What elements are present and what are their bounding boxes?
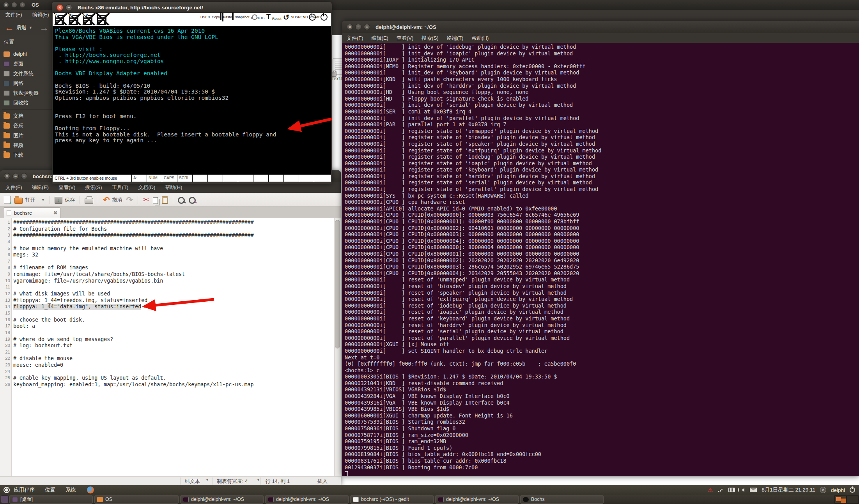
fm-minimize-icon[interactable]: − bbox=[11, 2, 17, 8]
paste-icon[interactable] bbox=[162, 196, 168, 204]
fm-places-label[interactable]: 位置 bbox=[4, 39, 55, 46]
gedit-menu-item[interactable]: 文件(F) bbox=[5, 184, 22, 191]
fm-menu-item[interactable]: 文件(F) bbox=[5, 11, 22, 18]
bochs-disk-icon[interactable]: B: bbox=[68, 13, 81, 25]
undo-icon[interactable]: ↶ bbox=[103, 196, 110, 204]
cut-icon[interactable]: ✂ bbox=[143, 196, 149, 204]
power-icon[interactable] bbox=[850, 487, 855, 493]
find-icon[interactable] bbox=[178, 196, 185, 204]
gedit-line: 8# filename of ROM images bbox=[0, 265, 341, 271]
workspace-2[interactable] bbox=[847, 495, 859, 504]
bochs-tool-button[interactable]: USER bbox=[200, 13, 210, 22]
fm-menu-item[interactable]: 编辑(E) bbox=[32, 11, 49, 18]
terminal-line: 00000000000i[ ] register state of 'iodeb… bbox=[345, 154, 859, 160]
gedit-maximize-icon[interactable]: ▫ bbox=[21, 173, 27, 179]
back-dropdown-icon[interactable]: ▼ bbox=[29, 26, 32, 30]
bochs-status-message: CTRL + 3rd button enables mouse bbox=[53, 175, 131, 182]
copy-icon[interactable] bbox=[153, 197, 158, 204]
doc-type-dropdown-icon[interactable]: ▼ bbox=[205, 478, 209, 482]
fm-maximize-icon[interactable]: ▫ bbox=[19, 2, 25, 8]
open-button-label[interactable]: 打开 bbox=[25, 196, 35, 203]
terminal-titlebar[interactable]: × − ▫ delphi@delphi-vm: ~/OS bbox=[342, 21, 859, 33]
applications-menu[interactable]: 应用程序 bbox=[14, 486, 35, 493]
terminal-maximize-icon[interactable]: ▫ bbox=[364, 24, 370, 30]
back-button-label[interactable]: 后退 bbox=[16, 24, 27, 31]
gedit-menu-item[interactable]: 编辑(E) bbox=[32, 184, 49, 191]
doc-type-label[interactable]: 纯文本 bbox=[185, 478, 200, 485]
warning-icon[interactable]: ⚠ bbox=[708, 486, 713, 493]
bochs-disk-icon[interactable] bbox=[96, 13, 110, 25]
user-name[interactable]: delphi bbox=[831, 487, 845, 493]
gedit-menu-item[interactable]: 文档(D) bbox=[138, 184, 155, 191]
tab-width-dropdown-icon[interactable]: ▼ bbox=[257, 478, 260, 482]
replace-icon[interactable] bbox=[189, 196, 196, 204]
bochs-tool-button[interactable]: Reset bbox=[272, 13, 289, 22]
terminal-screen[interactable]: 00000000000i[ ] init_dev of 'iodebug' pl… bbox=[342, 43, 859, 476]
save-button-label[interactable]: 保存 bbox=[65, 196, 75, 203]
bochs-display[interactable]: Plex86/Bochs VGABios current-cvs 16 Apr … bbox=[53, 26, 331, 174]
terminal-menu-item[interactable]: 查看(V) bbox=[395, 34, 415, 42]
workspace-switcher[interactable] bbox=[834, 495, 859, 504]
network-icon[interactable] bbox=[717, 488, 724, 492]
save-icon[interactable] bbox=[55, 197, 62, 204]
gedit-menu-item[interactable]: 工具(T) bbox=[112, 184, 129, 191]
open-dropdown-icon[interactable]: ▼ bbox=[41, 198, 45, 202]
taskbar-button-desktop[interactable]: [桌面] bbox=[9, 495, 93, 504]
terminal-menu-item[interactable]: 终端(T) bbox=[445, 34, 466, 42]
bochs-close-icon[interactable]: × bbox=[57, 4, 63, 11]
places-menu[interactable]: 位置 bbox=[45, 486, 55, 493]
show-desktop-icon[interactable] bbox=[1, 495, 9, 503]
taskbar-button[interactable]: Bochs bbox=[520, 495, 604, 504]
volume-icon[interactable] bbox=[740, 488, 744, 492]
new-document-icon[interactable] bbox=[4, 196, 11, 204]
bochs-tool-button[interactable]: SUSPEND bbox=[291, 13, 308, 22]
gedit-menu-item[interactable]: 帮助(H) bbox=[165, 184, 182, 191]
undo-button-label[interactable]: 撤消 bbox=[112, 196, 122, 203]
bochs-tool-button[interactable]: Paste bbox=[223, 13, 234, 22]
gedit-text-area[interactable]: 1#######################################… bbox=[0, 218, 341, 476]
gedit-close-icon[interactable]: × bbox=[4, 173, 10, 179]
taskbar-button[interactable]: OS bbox=[94, 495, 179, 504]
terminal-menu-item[interactable]: 帮助(H) bbox=[469, 34, 491, 42]
taskbar-button[interactable]: delphi@delphi-vm: ~/OS bbox=[180, 495, 264, 504]
gedit-line: 10vgaromimage: file=/usr/share/vgabios/v… bbox=[0, 278, 341, 285]
terminal-close-icon[interactable]: × bbox=[347, 24, 353, 30]
tab-bochsrc[interactable]: bochsrc ✖ bbox=[3, 207, 61, 218]
system-menu[interactable]: 系统 bbox=[66, 486, 76, 493]
taskbar-button[interactable]: delphi@delphi-vm: ~/OS bbox=[265, 495, 349, 504]
bochs-disk-icon[interactable]: A: bbox=[54, 13, 67, 25]
messages-icon[interactable] bbox=[750, 488, 757, 492]
gedit-scrollbar-thumb[interactable] bbox=[335, 220, 340, 348]
firefox-icon[interactable] bbox=[87, 486, 94, 493]
gedit-statusbar: 纯文本 ▼ 制表符宽度: 4 ▼ 行 14, 列 1 插入 bbox=[0, 476, 341, 485]
tab-close-icon[interactable]: ✖ bbox=[53, 210, 57, 216]
clock[interactable]: 8月1日星期二 21:29:11 bbox=[762, 486, 815, 493]
bochs-titlebar[interactable]: × − Bochs x86 emulator, http://bochs.sou… bbox=[52, 2, 332, 13]
gedit-menu-item[interactable]: 查看(V) bbox=[58, 184, 75, 191]
back-icon[interactable]: ← bbox=[5, 23, 14, 32]
taskbar-button[interactable]: delphi@delphi-vm: ~/OS bbox=[435, 495, 519, 504]
bochs-tool-button[interactable]: Copy bbox=[212, 13, 221, 22]
bochs-tool-button[interactable]: snapshot bbox=[235, 13, 250, 22]
gedit-vertical-scrollbar[interactable] bbox=[334, 218, 341, 476]
gedit-menu-item[interactable]: 搜索(S) bbox=[85, 184, 102, 191]
terminal-menu-item[interactable]: 文件(F) bbox=[345, 34, 365, 42]
bochs-minimize-icon[interactable]: − bbox=[66, 4, 72, 11]
bochs-disk-icon[interactable]: CD bbox=[82, 13, 96, 25]
fm-close-icon[interactable]: × bbox=[3, 2, 9, 8]
terminal-line: 00000000000i[SER ] com1 at 0x03f8 irq 4 bbox=[345, 108, 859, 115]
user-status-icon[interactable]: ✕ bbox=[820, 487, 826, 493]
gedit-minimize-icon[interactable]: − bbox=[12, 173, 19, 179]
tab-width-label[interactable]: 制表符宽度: 4 bbox=[217, 478, 248, 485]
forward-icon[interactable]: → bbox=[39, 23, 49, 32]
terminal-menu-item[interactable]: 搜索(S) bbox=[420, 34, 440, 42]
keyboard-indicator-icon[interactable] bbox=[728, 488, 735, 492]
terminal-menu-item[interactable]: 编辑(E) bbox=[370, 34, 390, 42]
open-icon[interactable] bbox=[14, 198, 23, 204]
workspace-1[interactable] bbox=[834, 495, 847, 504]
taskbar-button[interactable]: bochsrc (~/OS) - gedit bbox=[350, 495, 434, 504]
terminal-minimize-icon[interactable]: − bbox=[355, 24, 361, 30]
ubuntu-logo-icon[interactable] bbox=[4, 487, 10, 493]
print-icon[interactable] bbox=[85, 198, 93, 204]
redo-icon[interactable]: ↷ bbox=[126, 196, 133, 204]
